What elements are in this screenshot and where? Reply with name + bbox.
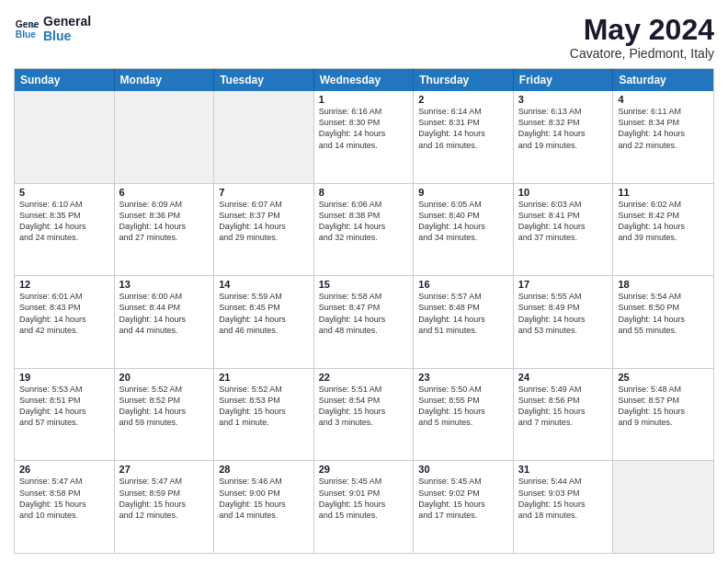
calendar-row: 12Sunrise: 6:01 AM Sunset: 8:43 PM Dayli… [15,276,713,369]
calendar-cell: 5Sunrise: 6:10 AM Sunset: 8:35 PM Daylig… [15,184,115,276]
day-number: 13 [119,279,210,290]
calendar-cell: 3Sunrise: 6:13 AM Sunset: 8:32 PM Daylig… [514,91,614,183]
calendar-cell: 14Sunrise: 5:59 AM Sunset: 8:45 PM Dayli… [214,276,314,368]
calendar-row: 1Sunrise: 6:16 AM Sunset: 8:30 PM Daylig… [15,91,713,184]
calendar-cell: 15Sunrise: 5:58 AM Sunset: 8:47 PM Dayli… [314,276,415,368]
calendar-cell: 18Sunrise: 5:54 AM Sunset: 8:50 PM Dayli… [613,276,713,368]
calendar-cell: 10Sunrise: 6:03 AM Sunset: 8:41 PM Dayli… [514,184,614,276]
cell-info: Sunrise: 5:45 AM Sunset: 9:02 PM Dayligh… [418,476,508,521]
calendar-body: 1Sunrise: 6:16 AM Sunset: 8:30 PM Daylig… [15,91,713,553]
calendar-cell [15,91,115,183]
cell-info: Sunrise: 5:57 AM Sunset: 8:48 PM Dayligh… [418,291,508,336]
calendar-cell [613,461,713,553]
day-number: 8 [319,187,409,198]
calendar-cell: 2Sunrise: 6:14 AM Sunset: 8:31 PM Daylig… [414,91,514,183]
cell-info: Sunrise: 5:51 AM Sunset: 8:54 PM Dayligh… [319,384,409,429]
day-number: 16 [418,279,508,290]
calendar-cell: 19Sunrise: 5:53 AM Sunset: 8:51 PM Dayli… [15,369,115,461]
calendar-cell: 30Sunrise: 5:45 AM Sunset: 9:02 PM Dayli… [414,461,514,553]
calendar-page: General Blue General Blue May 2024 Cavat… [0,0,728,563]
cell-info: Sunrise: 6:14 AM Sunset: 8:31 PM Dayligh… [418,106,508,151]
day-number: 22 [319,372,409,383]
cell-info: Sunrise: 6:16 AM Sunset: 8:30 PM Dayligh… [319,106,409,151]
calendar-cell: 12Sunrise: 6:01 AM Sunset: 8:43 PM Dayli… [15,276,115,368]
calendar-cell: 17Sunrise: 5:55 AM Sunset: 8:49 PM Dayli… [514,276,614,368]
calendar-cell [214,91,314,183]
cell-info: Sunrise: 6:06 AM Sunset: 8:38 PM Dayligh… [319,199,409,244]
calendar-cell: 4Sunrise: 6:11 AM Sunset: 8:34 PM Daylig… [613,91,713,183]
cell-info: Sunrise: 5:52 AM Sunset: 8:53 PM Dayligh… [219,384,309,429]
logo-icon: General Blue [14,16,40,41]
day-number: 25 [618,372,709,383]
calendar-cell: 23Sunrise: 5:50 AM Sunset: 8:55 PM Dayli… [414,369,514,461]
cell-info: Sunrise: 6:09 AM Sunset: 8:36 PM Dayligh… [119,199,210,244]
cell-info: Sunrise: 5:47 AM Sunset: 8:59 PM Dayligh… [119,476,210,521]
calendar-row: 5Sunrise: 6:10 AM Sunset: 8:35 PM Daylig… [15,184,713,277]
day-number: 23 [418,372,508,383]
calendar-cell: 25Sunrise: 5:48 AM Sunset: 8:57 PM Dayli… [613,369,713,461]
day-number: 29 [319,464,409,475]
cell-info: Sunrise: 6:05 AM Sunset: 8:40 PM Dayligh… [418,199,508,244]
day-number: 9 [418,187,508,198]
day-number: 15 [319,279,409,290]
day-number: 10 [518,187,609,198]
day-header: Wednesday [314,69,415,91]
calendar-row: 19Sunrise: 5:53 AM Sunset: 8:51 PM Dayli… [15,369,713,462]
logo-text: General Blue [43,14,91,43]
calendar-cell: 1Sunrise: 6:16 AM Sunset: 8:30 PM Daylig… [314,91,415,183]
cell-info: Sunrise: 6:00 AM Sunset: 8:44 PM Dayligh… [119,291,210,336]
day-number: 27 [119,464,210,475]
calendar-cell: 24Sunrise: 5:49 AM Sunset: 8:56 PM Dayli… [514,369,614,461]
calendar-cell: 9Sunrise: 6:05 AM Sunset: 8:40 PM Daylig… [414,184,514,276]
calendar-cell: 27Sunrise: 5:47 AM Sunset: 8:59 PM Dayli… [115,461,215,553]
header: General Blue General Blue May 2024 Cavat… [14,14,714,61]
day-number: 2 [418,94,508,105]
calendar-cell: 20Sunrise: 5:52 AM Sunset: 8:52 PM Dayli… [115,369,215,461]
day-number: 21 [219,372,309,383]
svg-text:Blue: Blue [16,29,37,40]
calendar-cell: 31Sunrise: 5:44 AM Sunset: 9:03 PM Dayli… [514,461,614,553]
day-number: 17 [518,279,609,290]
day-number: 4 [618,94,709,105]
calendar-row: 26Sunrise: 5:47 AM Sunset: 8:58 PM Dayli… [15,461,713,553]
day-number: 6 [119,187,210,198]
day-header: Sunday [15,69,115,91]
day-number: 11 [618,187,709,198]
day-number: 26 [19,464,109,475]
cell-info: Sunrise: 6:11 AM Sunset: 8:34 PM Dayligh… [618,106,709,151]
calendar-cell: 16Sunrise: 5:57 AM Sunset: 8:48 PM Dayli… [414,276,514,368]
cell-info: Sunrise: 5:59 AM Sunset: 8:45 PM Dayligh… [219,291,309,336]
day-number: 19 [19,372,109,383]
location-subtitle: Cavatore, Piedmont, Italy [570,46,714,61]
day-number: 1 [319,94,409,105]
title-section: May 2024 Cavatore, Piedmont, Italy [570,14,714,61]
day-number: 12 [19,279,109,290]
calendar-cell: 6Sunrise: 6:09 AM Sunset: 8:36 PM Daylig… [115,184,215,276]
cell-info: Sunrise: 5:49 AM Sunset: 8:56 PM Dayligh… [518,384,609,429]
day-number: 28 [219,464,309,475]
day-header: Friday [514,69,614,91]
cell-info: Sunrise: 6:13 AM Sunset: 8:32 PM Dayligh… [518,106,609,151]
calendar-cell: 29Sunrise: 5:45 AM Sunset: 9:01 PM Dayli… [314,461,415,553]
day-number: 24 [518,372,609,383]
calendar-cell: 7Sunrise: 6:07 AM Sunset: 8:37 PM Daylig… [214,184,314,276]
calendar-cell: 21Sunrise: 5:52 AM Sunset: 8:53 PM Dayli… [214,369,314,461]
cell-info: Sunrise: 5:52 AM Sunset: 8:52 PM Dayligh… [119,384,210,429]
cell-info: Sunrise: 5:47 AM Sunset: 8:58 PM Dayligh… [19,476,109,521]
calendar-cell: 11Sunrise: 6:02 AM Sunset: 8:42 PM Dayli… [613,184,713,276]
day-header: Monday [115,69,215,91]
calendar-cell [115,91,215,183]
day-number: 18 [618,279,709,290]
cell-info: Sunrise: 6:10 AM Sunset: 8:35 PM Dayligh… [19,199,109,244]
calendar-cell: 28Sunrise: 5:46 AM Sunset: 9:00 PM Dayli… [214,461,314,553]
calendar: SundayMondayTuesdayWednesdayThursdayFrid… [14,68,714,554]
calendar-cell: 13Sunrise: 6:00 AM Sunset: 8:44 PM Dayli… [115,276,215,368]
cell-info: Sunrise: 5:58 AM Sunset: 8:47 PM Dayligh… [319,291,409,336]
cell-info: Sunrise: 5:53 AM Sunset: 8:51 PM Dayligh… [19,384,109,429]
day-number: 20 [119,372,210,383]
cell-info: Sunrise: 5:55 AM Sunset: 8:49 PM Dayligh… [518,291,609,336]
day-header: Thursday [414,69,514,91]
day-number: 3 [518,94,609,105]
calendar-cell: 8Sunrise: 6:06 AM Sunset: 8:38 PM Daylig… [314,184,415,276]
day-header: Tuesday [214,69,314,91]
